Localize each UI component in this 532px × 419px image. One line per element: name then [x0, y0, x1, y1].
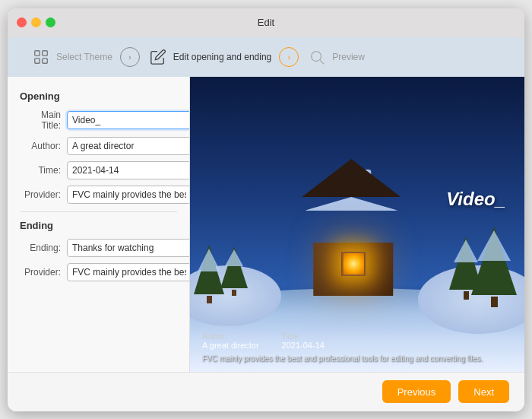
close-button[interactable] — [17, 17, 27, 27]
edit-icon — [147, 46, 169, 68]
arrow-1: › — [120, 47, 140, 67]
time-input[interactable] — [67, 161, 190, 179]
preview-title: Video_ — [446, 189, 505, 209]
step2-label: Edit opening and ending — [173, 52, 271, 62]
toolbar: Select Theme › Edit opening and ending › — [8, 37, 524, 77]
previous-button[interactable]: Previous — [382, 380, 451, 403]
author-input[interactable] — [67, 137, 190, 155]
svg-line-5 — [320, 60, 324, 64]
section-divider — [20, 211, 177, 212]
left-panel: Opening Main Title: Author: Time: Provid… — [8, 77, 190, 372]
preview-overlay: Video_ Author: A great director Time: 20… — [190, 77, 524, 372]
ending-provider-row: Provider: — [20, 263, 177, 281]
arrow-2: › — [279, 47, 299, 67]
main-title-row: Main Title: — [20, 110, 177, 131]
step3-label: Preview — [332, 52, 365, 62]
provider-label: Provider: — [20, 189, 67, 200]
preview-provider-text: FVC mainly provides the best and profess… — [202, 354, 512, 363]
provider-input[interactable] — [67, 186, 190, 204]
ending-label: Ending: — [20, 243, 67, 253]
preview-title-container: Video_ — [446, 189, 505, 210]
minimize-button[interactable] — [31, 17, 41, 27]
ending-provider-input[interactable] — [67, 263, 190, 281]
preview-time-key: Time: — [282, 332, 325, 341]
toolbar-step-1[interactable]: Select Theme — [30, 46, 112, 68]
preview-meta: Author: A great director Time: 2021-04-1… — [202, 332, 512, 350]
titlebar: Edit — [8, 8, 524, 37]
preview-author-value: A great director — [202, 341, 259, 350]
opening-section-label: Opening — [20, 90, 177, 102]
time-row: Time: — [20, 161, 177, 179]
traffic-lights — [17, 17, 55, 27]
grid-icon — [30, 46, 52, 68]
app-window: Edit Select Theme › — [8, 8, 524, 411]
author-row: Author: — [20, 137, 177, 155]
svg-point-4 — [312, 51, 321, 61]
next-button[interactable]: Next — [458, 380, 509, 403]
author-label: Author: — [20, 141, 67, 151]
main-title-input[interactable] — [67, 111, 190, 129]
svg-rect-3 — [43, 58, 47, 62]
maximize-button[interactable] — [46, 17, 55, 27]
ending-section-label: Ending — [20, 220, 177, 231]
toolbar-step-2[interactable]: Edit opening and ending — [147, 46, 271, 68]
content-area: Opening Main Title: Author: Time: Provid… — [8, 77, 524, 372]
main-title-label: Main Title: — [20, 110, 67, 131]
preview-time: Time: 2021-04-14 — [282, 332, 325, 350]
preview-author-key: Author: — [202, 332, 259, 341]
svg-rect-0 — [35, 50, 40, 55]
svg-rect-2 — [35, 58, 40, 62]
svg-rect-1 — [43, 50, 47, 55]
time-label: Time: — [20, 165, 67, 176]
preview-time-value: 2021-04-14 — [282, 341, 325, 350]
window-title: Edit — [258, 17, 274, 28]
toolbar-step-3[interactable]: Preview — [306, 46, 365, 68]
preview-author: Author: A great director — [202, 332, 259, 350]
provider-row: Provider: — [20, 186, 177, 204]
step1-label: Select Theme — [56, 52, 112, 62]
footer: Previous Next — [8, 372, 524, 411]
snow-scene: Video_ Author: A great director Time: 20… — [190, 77, 524, 372]
ending-row: Ending: — [20, 239, 177, 257]
search-icon — [306, 46, 328, 68]
ending-input[interactable] — [67, 239, 190, 257]
ending-provider-label: Provider: — [20, 267, 67, 278]
right-panel: Video_ Author: A great director Time: 20… — [190, 77, 524, 372]
